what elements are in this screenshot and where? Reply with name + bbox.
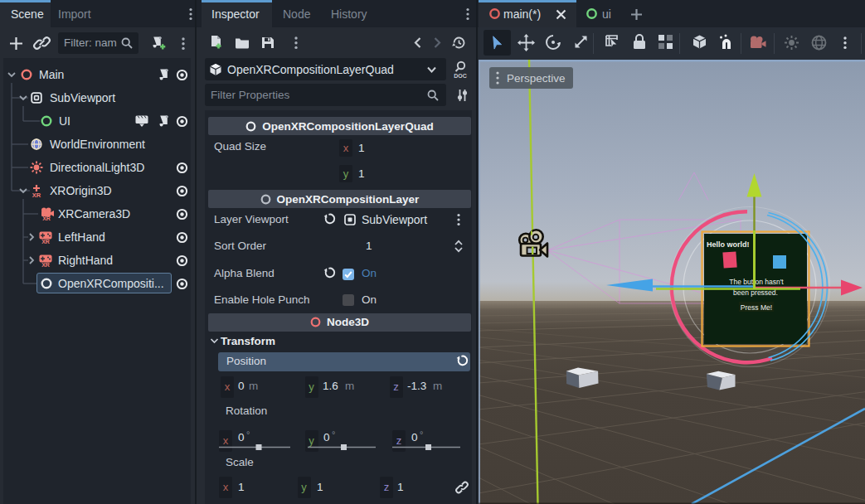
svg-text:DOC: DOC — [454, 73, 467, 79]
svg-text:XR: XR — [32, 191, 41, 199]
svg-text:Press Me!: Press Me! — [741, 303, 772, 312]
svg-text:Hello world!: Hello world! — [707, 240, 750, 249]
svg-text:Perspective: Perspective — [507, 72, 566, 85]
svg-text:XR: XR — [41, 262, 50, 268]
svg-text:XR: XR — [41, 239, 50, 245]
svg-text:The button hasn't: The button hasn't — [729, 278, 784, 286]
svg-text:XR: XR — [42, 216, 51, 221]
